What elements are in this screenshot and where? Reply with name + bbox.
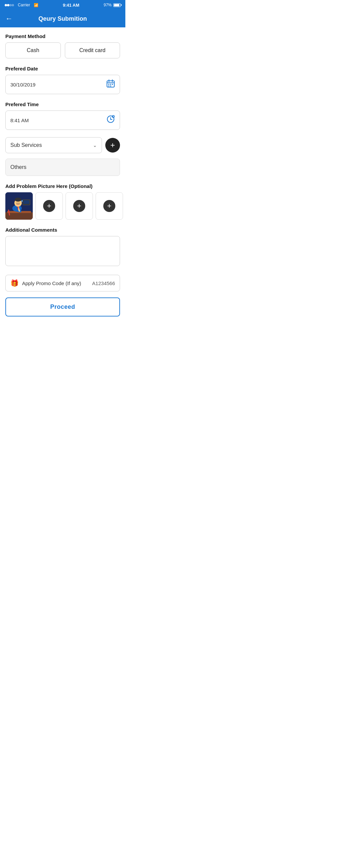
picture-slot-1[interactable] — [5, 192, 33, 220]
promo-code-label: Apply Promo Code (If any) — [22, 280, 89, 286]
svg-rect-6 — [112, 84, 113, 85]
header: ← Qeury Submition — [0, 10, 126, 27]
svg-rect-19 — [23, 200, 29, 204]
carrier-label: Carrier — [18, 3, 30, 7]
back-button[interactable]: ← — [5, 15, 13, 22]
wifi-icon: 📶 — [34, 3, 38, 7]
picture-slot-3[interactable]: + — [65, 192, 93, 220]
page-title: Qeury Submition — [17, 16, 109, 22]
additional-comments-label: Additional Comments — [5, 227, 120, 233]
status-time: 9:41 AM — [63, 3, 79, 8]
battery-fill — [114, 4, 119, 6]
svg-rect-4 — [108, 84, 109, 85]
proceed-button[interactable]: Proceed — [5, 298, 120, 316]
date-value: 30/10/2019 — [10, 82, 106, 88]
calendar-icon — [106, 79, 115, 90]
clock-icon — [106, 115, 115, 126]
svg-rect-5 — [110, 84, 111, 85]
payment-method-label: Payment Method — [5, 33, 120, 39]
picture-slot-4[interactable]: + — [95, 192, 123, 220]
date-input-row[interactable]: 30/10/2019 — [5, 75, 120, 94]
picture-slot-2[interactable]: + — [35, 192, 63, 220]
pictures-row: + + + — [5, 192, 120, 220]
promo-code-row[interactable]: 🎁 Apply Promo Code (If any) A1234566 — [5, 275, 120, 291]
status-left: Carrier 📶 — [5, 3, 38, 7]
battery-percent: 97% — [104, 3, 112, 7]
svg-point-24 — [21, 200, 23, 202]
promo-code-value: A1234566 — [92, 280, 115, 286]
add-sub-service-button[interactable]: + — [105, 138, 120, 153]
sub-services-row: Sub Services ⌄ + — [5, 137, 120, 153]
others-box[interactable]: Others — [5, 159, 120, 176]
preferred-date-label: Prefered Date — [5, 66, 120, 71]
main-content: Payment Method Cash Credit card Prefered… — [0, 27, 126, 327]
payment-methods-group: Cash Credit card — [5, 42, 120, 58]
additional-comments-input[interactable] — [5, 236, 120, 266]
add-picture-icon-4: + — [103, 200, 115, 212]
time-value: 8:41 AM — [10, 118, 106, 123]
status-right: 97% — [104, 3, 121, 7]
add-picture-icon-2: + — [43, 200, 55, 212]
battery-icon — [113, 3, 121, 7]
sub-services-dropdown[interactable]: Sub Services ⌄ — [5, 137, 102, 153]
sub-services-label: Sub Services — [10, 142, 42, 148]
cash-button[interactable]: Cash — [5, 42, 61, 58]
svg-point-23 — [15, 198, 21, 202]
preferred-time-label: Prefered Time — [5, 101, 120, 107]
add-picture-label: Add Problem Picture Here (Optional) — [5, 183, 120, 189]
status-bar: Carrier 📶 9:41 AM 97% — [0, 0, 126, 10]
add-picture-icon-3: + — [73, 200, 85, 212]
credit-card-button[interactable]: Credit card — [65, 42, 120, 58]
svg-rect-8 — [110, 86, 111, 87]
svg-rect-7 — [108, 86, 109, 87]
chevron-down-icon: ⌄ — [93, 143, 97, 148]
signal-dots — [5, 3, 14, 7]
time-input-row[interactable]: 8:41 AM — [5, 111, 120, 130]
gift-icon: 🎁 — [10, 279, 19, 287]
